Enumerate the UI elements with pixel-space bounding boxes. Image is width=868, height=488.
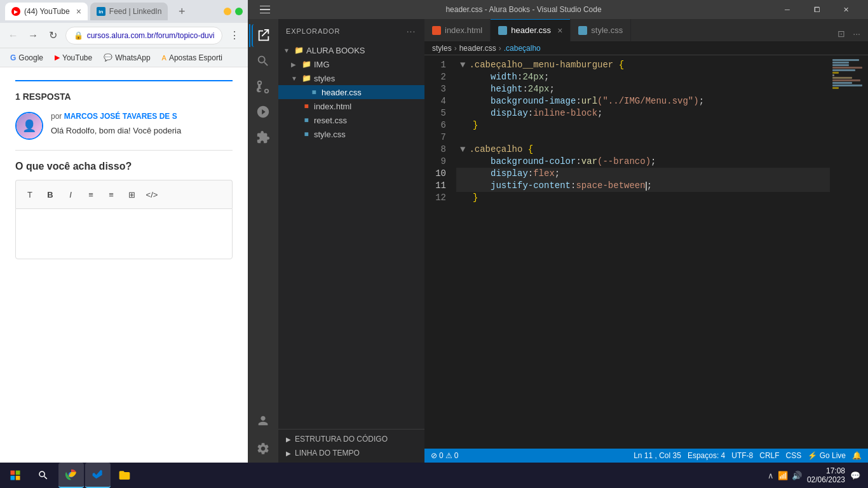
token-colon-11: : [571,180,576,192]
line-num-8: 8 [424,144,449,156]
code-line-7 [456,132,830,144]
breadcrumb-styles[interactable]: styles [432,44,452,53]
status-left: ⊘ 0 ⚠ 0 [431,451,458,460]
status-line-ending[interactable]: CRLF [759,451,779,460]
browser-tab-linkedin[interactable]: in Feed | LinkedIn [90,3,168,20]
back-button[interactable]: ← [5,27,22,44]
status-notification[interactable]: 🔔 [852,451,862,460]
code-editor[interactable]: 1 2 3 4 5 6 7 8 9 10 11 12 ▼ [424,55,868,449]
token-colon-2: : [517,71,522,83]
token-property-3: height [491,83,522,95]
bookmark-youtube[interactable]: ▶ YouTube [50,52,97,64]
editor-btn-code[interactable]: </> [143,186,161,203]
editor-tab-style-css[interactable]: style.css [571,19,631,41]
status-spaces[interactable]: Espaços: 4 [688,451,725,460]
bookmark-apostas[interactable]: A Apostas Esporti [157,52,227,64]
split-editor-btn[interactable]: ⊡ [835,26,848,41]
taskbar-chrome[interactable] [58,463,84,488]
taskbar-time: 17:08 [807,466,845,475]
breadcrumb-cabecalho[interactable]: .cabeçalho [504,44,541,53]
taskbar-expand-icon[interactable]: ∧ [768,471,774,480]
header-css-tab-close[interactable]: × [557,25,562,36]
token-property-4: background-image [491,95,576,107]
status-line: Ln 11 [634,451,653,460]
editor-btn-table[interactable]: ⊞ [123,186,140,203]
editor-btn-align-left[interactable]: ≡ [82,186,100,203]
tree-item-styles[interactable]: ▼ 📁 styles [278,71,424,85]
sidebar-header-actions: ··· [405,25,417,37]
vscode-close-btn[interactable]: ✕ [831,0,860,19]
hamburger-menu[interactable] [255,0,275,19]
browser-window-controls [224,8,243,15]
status-line-col[interactable]: Ln 11 , Col 35 [634,451,681,460]
forward-button[interactable]: → [25,27,42,44]
taskbar-volume-icon[interactable]: 🔊 [792,471,802,480]
status-encoding[interactable]: UTF-8 [731,451,753,460]
taskbar-wifi-icon[interactable]: 📶 [778,471,788,480]
tree-root[interactable]: ▼ 📁 ALURA BOOKS [278,43,424,57]
editor-btn-bold[interactable]: B [41,186,59,203]
comment-editor-area[interactable] [15,208,233,259]
minimap-line-8 [832,77,852,79]
minimize-button[interactable] [224,8,231,15]
editor-tab-index-html[interactable]: index.html [424,19,491,41]
vscode-restore-btn[interactable]: ⧠ [802,0,831,19]
status-bar: ⊘ 0 ⚠ 0 Ln 11 , Col 35 Espaços: 4 [424,449,868,463]
line-num-11: 11 [424,180,449,192]
activity-source-control[interactable] [252,75,275,98]
taskbar-search-btn[interactable] [31,463,56,488]
editor-btn-text[interactable]: T [21,186,39,203]
styles-folder-icon: 📁 [301,73,311,83]
vscode-minimize-btn[interactable]: ─ [773,0,802,19]
new-file-btn[interactable]: ··· [405,25,417,37]
code-line-4: background-image : url ("../IMG/Menu.svg… [456,95,830,107]
more-actions-btn[interactable]: ··· [850,26,863,41]
line-num-5: 5 [424,107,449,119]
extensions-button[interactable]: ⋮ [226,27,243,44]
tree-item-header-css[interactable]: ■ header.css [278,85,424,99]
status-go-live[interactable]: ⚡ Go Live [808,451,846,460]
address-text: cursos.alura.com.br/forum/topico-duvi [87,31,215,40]
tree-item-reset-css[interactable]: ■ reset.css [278,113,424,127]
tree-item-style-css[interactable]: ■ style.css [278,127,424,141]
tree-item-img[interactable]: ▶ 📁 IMG [278,57,424,71]
status-language[interactable]: CSS [786,451,802,460]
activity-account[interactable] [252,409,275,432]
start-button[interactable] [3,463,28,488]
tree-label-img: IMG [314,60,330,69]
maximize-button[interactable] [235,8,243,15]
taskbar-file-explorer[interactable] [112,463,137,488]
reply-count: 1 RESPOSTA [15,80,233,102]
editor-btn-italic[interactable]: I [62,186,79,203]
breadcrumb-header-css[interactable]: header.css [459,44,496,53]
editor-btn-list[interactable]: ≡ [102,186,120,203]
code-line-1: ▼ .cabeçalho__menu-hamburguer { [456,59,830,71]
activity-extensions[interactable] [252,126,275,149]
code-line-8: ▼ .cabeçalho { [456,144,830,156]
new-tab-button[interactable]: + [173,3,191,20]
reply-author-link[interactable]: MARCOS JOSÉ TAVARES DE S [64,112,177,121]
minimap-line-5 [832,69,855,71]
taskbar-vscode[interactable] [85,463,111,488]
code-lines[interactable]: ▼ .cabeçalho__menu-hamburguer { width : … [456,55,830,449]
tab-youtube-close[interactable]: × [76,6,81,17]
activity-run[interactable] [252,100,275,123]
editor-tab-header-css[interactable]: header.css × [491,19,571,41]
activity-settings[interactable] [252,437,275,460]
taskbar-notification-icon[interactable]: 💬 [850,471,860,480]
activity-search[interactable] [252,50,275,72]
reset-css-file-icon: ■ [301,115,311,125]
reload-button[interactable]: ↻ [45,27,62,44]
timeline-section[interactable]: ▶ LINHA DO TEMPO [278,446,424,460]
bookmark-whatsapp[interactable]: 💬 WhatsApp [98,52,155,64]
status-errors[interactable]: ⊘ 0 ⚠ 0 [431,451,458,460]
tree-item-index-html[interactable]: ■ index.html [278,99,424,113]
svg-rect-2 [11,476,15,480]
activity-explorer[interactable] [252,24,275,47]
address-bar[interactable]: 🔒 cursos.alura.com.br/forum/topico-duvi [65,27,223,44]
browser-tab-youtube[interactable]: ▶ (44) YouTube × [5,3,88,20]
outline-section[interactable]: ▶ ESTRUTURA DO CÓDIGO [278,432,424,446]
bookmark-google[interactable]: G Google [5,52,48,64]
taskbar-time-display[interactable]: 17:08 02/06/2023 [807,466,845,484]
taskbar: ∧ 📶 🔊 17:08 02/06/2023 💬 [0,463,868,488]
